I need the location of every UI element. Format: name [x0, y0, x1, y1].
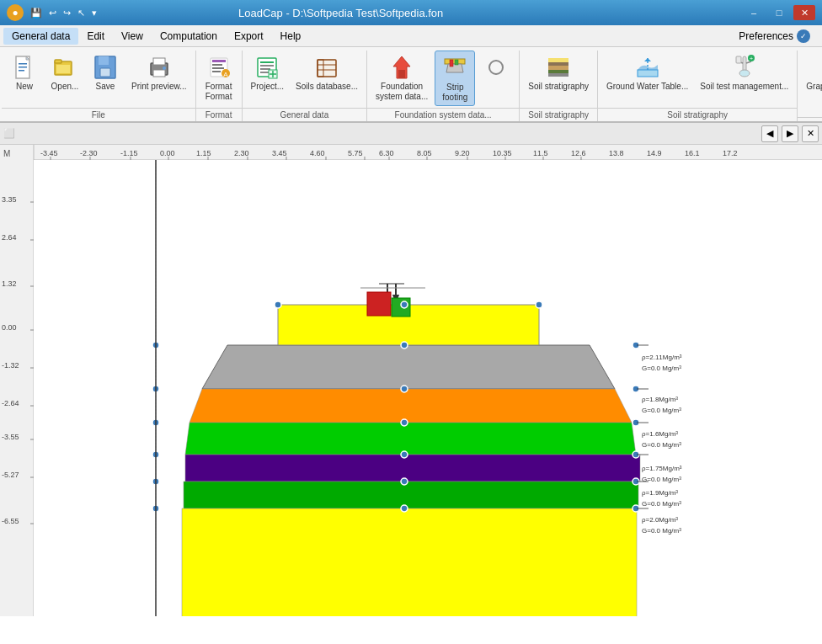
svg-point-40 — [489, 61, 503, 74]
ribbon-group-graphic-loads: Graphic input ▾ F Loads... — [798, 51, 822, 121]
project-button[interactable]: Project... — [246, 51, 289, 94]
minimize-button[interactable]: – — [743, 5, 765, 20]
menu-help[interactable]: Help — [272, 28, 310, 45]
close-button[interactable]: ✕ — [793, 5, 815, 20]
svg-text:2.30: 2.30 — [234, 149, 249, 157]
menu-computation[interactable]: Computation — [152, 28, 226, 45]
svg-rect-13 — [153, 70, 165, 77]
svg-text:ρ=2.11Mg/m³: ρ=2.11Mg/m³ — [642, 354, 682, 361]
strip-footing-button[interactable]: Stripfooting — [435, 51, 475, 106]
svg-rect-24 — [260, 65, 274, 67]
svg-text:ρ=1.8Mg/m³: ρ=1.8Mg/m³ — [642, 396, 678, 403]
svg-text:0.00: 0.00 — [160, 149, 175, 157]
quick-undo-icon[interactable]: ↩ — [49, 8, 56, 19]
svg-rect-9 — [99, 56, 109, 65]
open-button[interactable]: Open... — [45, 51, 84, 94]
svg-rect-53 — [736, 56, 741, 63]
svg-rect-3 — [19, 67, 27, 68]
svg-point-142 — [401, 386, 408, 392]
svg-point-154 — [401, 505, 408, 512]
svg-text:ρ=1.75Mg/m³: ρ=1.75Mg/m³ — [642, 465, 682, 472]
svg-text:ρ=1.6Mg/m³: ρ=1.6Mg/m³ — [642, 430, 678, 438]
svg-text:G=0.0 Mg/m³: G=0.0 Mg/m³ — [642, 407, 681, 414]
svg-text:-5.27: -5.27 — [2, 471, 19, 479]
svg-text:-3.55: -3.55 — [2, 433, 19, 441]
svg-text:9.20: 9.20 — [455, 149, 470, 157]
soil-strat-button[interactable]: Soil stratigraphy — [523, 51, 594, 94]
svg-text:13.8: 13.8 — [609, 149, 624, 157]
svg-text:G=0.0 Mg/m³: G=0.0 Mg/m³ — [642, 500, 681, 508]
gwater-label: Ground Water Table... — [606, 82, 688, 92]
menu-general-data[interactable]: General data — [3, 28, 78, 45]
quick-dropdown-icon[interactable]: ▾ — [92, 8, 97, 19]
svg-rect-18 — [212, 67, 224, 69]
svg-text:G=0.0 Mg/m³: G=0.0 Mg/m³ — [642, 365, 681, 372]
svg-text:10.35: 10.35 — [493, 149, 512, 157]
menu-edit[interactable]: Edit — [78, 28, 113, 45]
menu-bar: General data Edit View Computation Expor… — [0, 25, 822, 47]
nav-close-button[interactable]: ✕ — [802, 125, 819, 142]
gwater-icon — [633, 53, 662, 82]
format-button[interactable]: A FormatFormat — [200, 51, 238, 104]
open-label: Open... — [51, 82, 79, 92]
svg-marker-123 — [189, 389, 632, 423]
preferences-button[interactable]: Preferences ✓ — [730, 27, 819, 45]
soil-strat-label: Soil stratigraphy — [528, 82, 589, 92]
svg-rect-10 — [100, 68, 110, 77]
ribbon-group-file-label: File — [2, 108, 195, 120]
svg-rect-35 — [398, 70, 405, 78]
new-button[interactable]: New — [5, 51, 44, 94]
circle-footing-button[interactable] — [477, 51, 515, 84]
new-icon — [10, 53, 39, 82]
svg-text:-2.64: -2.64 — [2, 399, 19, 407]
svg-rect-30 — [318, 60, 336, 77]
soils-label: Soils database... — [296, 82, 358, 92]
format-label: FormatFormat — [206, 82, 232, 102]
svg-text:ρ=1.9Mg/m³: ρ=1.9Mg/m³ — [642, 489, 678, 497]
soil-strat-icon — [544, 53, 573, 82]
menu-export[interactable]: Export — [226, 28, 272, 45]
format-icon: A — [205, 53, 233, 82]
foundation-button[interactable]: Foundationsystem data... — [371, 51, 433, 104]
preferences-icon: ✓ — [797, 29, 810, 43]
ribbon-group-format: A FormatFormat Format — [196, 51, 243, 121]
svg-point-161 — [536, 301, 542, 308]
svg-text:1.15: 1.15 — [196, 149, 211, 157]
svg-text:G=0.0 Mg/m³: G=0.0 Mg/m³ — [642, 527, 681, 535]
open-icon — [51, 53, 79, 82]
svg-text:16.1: 16.1 — [685, 149, 700, 157]
ribbon-group-general: Project... Soils database... General dat… — [243, 51, 367, 121]
canvas-icon: ⬜ — [3, 128, 15, 139]
svg-text:G=0.0 Mg/m³: G=0.0 Mg/m³ — [642, 476, 681, 483]
nav-prev-button[interactable]: ◀ — [761, 125, 778, 142]
print-button[interactable]: Print preview... — [126, 51, 192, 94]
nav-next-button[interactable]: ▶ — [782, 125, 798, 142]
quick-save-icon[interactable]: 💾 — [30, 8, 42, 19]
svg-rect-16 — [212, 60, 226, 62]
maximize-button[interactable]: □ — [768, 5, 790, 20]
svg-rect-23 — [260, 61, 274, 63]
gwater-button[interactable]: Ground Water Table... — [601, 51, 693, 94]
quick-cursor-icon[interactable]: ↖ — [77, 8, 85, 19]
svg-text:17.2: 17.2 — [723, 149, 738, 157]
svg-rect-41 — [548, 58, 568, 62]
ribbon-group-format-label: Format — [196, 108, 242, 120]
svg-text:11.5: 11.5 — [533, 149, 548, 157]
save-button[interactable]: Save — [86, 51, 125, 94]
svg-rect-126 — [184, 482, 638, 508]
title-text: LoadCap - D:\Softpedia Test\Softpedia.fo… — [238, 7, 443, 19]
svg-text:-3.45: -3.45 — [40, 149, 58, 157]
graphic-input-button[interactable]: Graphic input ▾ — [801, 51, 822, 94]
svg-rect-65 — [0, 145, 34, 616]
svg-text:3.35: 3.35 — [2, 195, 17, 204]
svg-text:+: + — [750, 56, 753, 61]
menu-view[interactable]: View — [113, 28, 152, 45]
quick-redo-icon[interactable]: ↪ — [63, 8, 71, 19]
foundation-label: Foundationsystem data... — [376, 82, 428, 102]
drawing-canvas[interactable]: M -3.45 -2.30 -1.15 0.00 1.15 2.30 3.45 … — [0, 145, 822, 644]
svg-text:0.00: 0.00 — [2, 323, 17, 332]
soil-test-button[interactable]: + Soil test management... — [695, 51, 793, 94]
svg-rect-4 — [19, 70, 24, 72]
soils-button[interactable]: Soils database... — [291, 51, 363, 94]
svg-point-151 — [401, 478, 408, 485]
